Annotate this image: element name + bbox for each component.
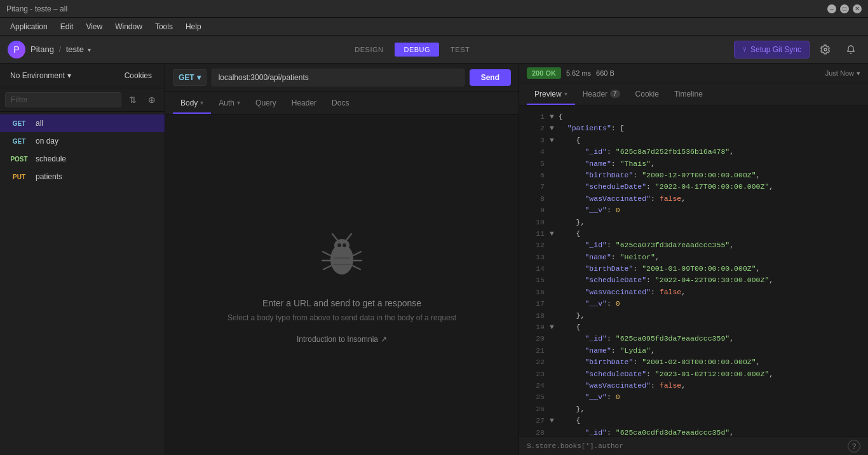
json-line: 25 "__v": 0	[527, 391, 860, 403]
mode-debug-button[interactable]: DEBUG	[395, 43, 439, 57]
line-toggle	[550, 217, 556, 228]
tab-docs[interactable]: Docs	[324, 93, 356, 114]
request-item[interactable]: GETall	[0, 114, 165, 132]
environment-selector[interactable]: No Environment ▾	[6, 69, 114, 83]
breadcrumb-caret[interactable]: ▾	[88, 46, 91, 53]
line-number: 7	[527, 181, 545, 193]
cookies-button[interactable]: Cookies	[118, 69, 158, 83]
line-number: 16	[527, 287, 545, 298]
response-timestamp[interactable]: Just Now ▾	[825, 69, 860, 78]
breadcrumb-app: Pitang	[31, 44, 54, 54]
json-line: 11▼ {	[527, 228, 860, 240]
line-toggle[interactable]: ▼	[550, 322, 556, 333]
line-toggle[interactable]: ▼	[550, 228, 556, 240]
menu-application[interactable]: Application	[5, 20, 53, 33]
response-footer: ?	[519, 437, 868, 455]
line-toggle	[550, 391, 556, 403]
json-line: 8 "wasVaccinated": false,	[527, 193, 860, 205]
maximize-button[interactable]: □	[840, 4, 849, 13]
request-item[interactable]: GETon day	[0, 132, 165, 150]
line-number: 4	[527, 146, 545, 158]
line-toggle[interactable]: ▼	[550, 135, 556, 146]
app-header: P Pitang / teste ▾ DESIGN DEBUG TEST ⑂ S…	[0, 36, 868, 64]
time-badge: 5.62 ms	[566, 69, 591, 77]
line-number: 25	[527, 391, 545, 403]
menu-window[interactable]: Window	[110, 20, 147, 33]
line-toggle	[550, 146, 556, 158]
tab-preview[interactable]: Preview ▾	[527, 85, 575, 105]
mode-design-button[interactable]: DESIGN	[346, 43, 392, 57]
line-number: 13	[527, 252, 545, 263]
menu-help[interactable]: Help	[180, 20, 207, 33]
tab-cookie[interactable]: Cookie	[628, 85, 667, 105]
json-line: 21 "name": "Lydia",	[527, 345, 860, 357]
close-button[interactable]: ✕	[853, 4, 862, 13]
empty-state-title: Enter a URL and send to get a response	[262, 298, 421, 308]
intro-link[interactable]: Introduction to Insomnia ↗	[297, 335, 387, 344]
filter-bar: ⇅ ⊕	[0, 88, 165, 112]
mode-test-button[interactable]: TEST	[442, 43, 478, 57]
line-number: 12	[527, 240, 545, 251]
line-toggle[interactable]: ▼	[550, 415, 556, 426]
tab-body[interactable]: Body ▾	[173, 93, 211, 114]
tab-auth[interactable]: Auth ▾	[211, 93, 248, 114]
minimize-button[interactable]: –	[827, 4, 836, 13]
response-bar: 200 OK 5.62 ms 660 B Just Now ▾	[519, 64, 868, 83]
tab-header[interactable]: Header	[284, 93, 324, 114]
bell-icon	[846, 44, 856, 55]
request-item[interactable]: POSTschedule	[0, 150, 165, 168]
line-toggle[interactable]: ▼	[550, 111, 556, 123]
svg-line-9	[353, 266, 360, 269]
status-badge: 200 OK	[527, 67, 561, 79]
timestamp-text: Just Now	[825, 69, 854, 77]
notifications-button[interactable]	[841, 40, 860, 59]
line-number: 19	[527, 322, 545, 333]
svg-point-10	[337, 243, 341, 247]
menu-edit[interactable]: Edit	[55, 20, 79, 33]
tab-timeline[interactable]: Timeline	[667, 85, 710, 105]
line-toggle[interactable]: ▼	[550, 123, 556, 134]
line-number: 3	[527, 135, 545, 146]
intro-link-text: Introduction to Insomnia	[297, 335, 378, 344]
line-toggle	[550, 158, 556, 170]
json-line: 3▼ {	[527, 135, 860, 146]
json-line: 23 "scheduleDate": "2023-01-02T12:00:00.…	[527, 369, 860, 380]
url-input[interactable]	[212, 69, 465, 86]
setup-git-button[interactable]: ⑂ Setup Git Sync	[734, 41, 810, 58]
method-selector[interactable]: GET ▾	[173, 69, 207, 86]
request-bar: GET ▾ Send	[165, 64, 519, 92]
help-button[interactable]: ?	[848, 440, 860, 452]
menu-view[interactable]: View	[81, 20, 107, 33]
filter-input[interactable]	[5, 92, 121, 107]
tab-query[interactable]: Query	[248, 93, 284, 114]
jsonpath-input[interactable]	[527, 442, 848, 450]
tab-response-header[interactable]: Header 7	[575, 85, 628, 105]
menubar: Application Edit View Window Tools Help	[0, 18, 868, 36]
line-number: 28	[527, 427, 545, 437]
auth-caret: ▾	[237, 99, 240, 106]
json-line: 9 "__v": 0	[527, 205, 860, 216]
line-number: 24	[527, 380, 545, 391]
sort-button[interactable]: ⇅	[125, 92, 140, 107]
response-header-label: Header	[583, 90, 607, 98]
line-number: 23	[527, 369, 545, 380]
line-toggle	[550, 357, 556, 368]
line-toggle	[550, 333, 556, 344]
menu-tools[interactable]: Tools	[150, 20, 178, 33]
titlebar-title: Pitang - teste – all	[6, 4, 67, 13]
sidebar: No Environment ▾ Cookies ⇅ ⊕ GETallGETon…	[0, 64, 165, 455]
request-item[interactable]: PUTpatients	[0, 168, 165, 186]
settings-button[interactable]	[816, 40, 835, 59]
request-name: schedule	[36, 154, 66, 163]
json-line: 18 },	[527, 310, 860, 322]
timestamp-caret: ▾	[857, 69, 860, 78]
line-toggle	[550, 181, 556, 193]
add-request-button[interactable]: ⊕	[144, 92, 159, 107]
send-button[interactable]: Send	[470, 69, 511, 86]
json-line: 13 "name": "Heitor",	[527, 252, 860, 263]
svg-line-3	[346, 234, 351, 240]
gear-icon	[820, 44, 831, 55]
line-number: 10	[527, 217, 545, 228]
line-toggle	[550, 205, 556, 216]
json-line: 14 "birthDate": "2001-01-09T00:00:00.000…	[527, 263, 860, 275]
